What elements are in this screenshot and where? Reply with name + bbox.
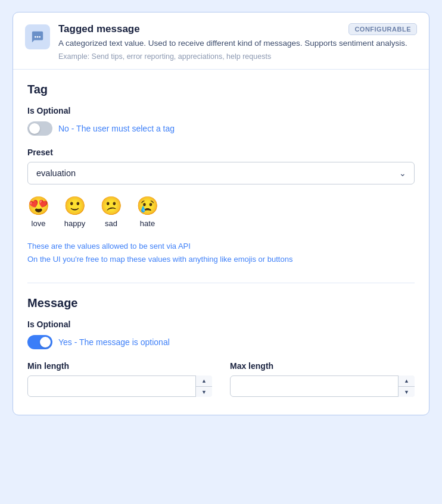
emoji-sad: 😕 sad — [100, 195, 122, 228]
tag-section: Tag Is Optional No - The user must selec… — [13, 70, 429, 283]
hate-emoji: 😢 — [136, 195, 158, 217]
message-icon — [25, 24, 50, 49]
api-info-line2: On the UI you're free to map these value… — [27, 255, 292, 264]
min-length-input-wrapper: ▲ ▼ — [27, 375, 212, 397]
tag-optional-toggle-label: No - The user must select a tag — [58, 124, 175, 133]
max-length-input-wrapper: ▲ ▼ — [230, 375, 415, 397]
min-length-label: Min length — [27, 361, 212, 371]
toggle-track-off[interactable] — [27, 121, 52, 136]
header-description: A categorized text value. Used to receiv… — [58, 37, 417, 49]
toggle-track-on[interactable] — [27, 335, 52, 349]
message-optional-toggle[interactable] — [27, 335, 52, 349]
tag-optional-toggle-row: No - The user must select a tag — [27, 121, 415, 136]
min-length-field: Min length ▲ ▼ — [27, 361, 212, 397]
emoji-hate: 😢 hate — [136, 195, 158, 228]
tag-section-title: Tag — [27, 83, 415, 96]
min-length-decrement[interactable]: ▼ — [196, 387, 212, 397]
min-length-increment[interactable]: ▲ — [196, 375, 212, 387]
configurable-badge: CONFIGURABLE — [348, 23, 417, 35]
emoji-tags-row: 😍 love 🙂 happy 😕 sad 😢 hate — [27, 195, 415, 228]
tag-is-optional-label: Is Optional — [27, 106, 415, 115]
preset-label: Preset — [27, 148, 415, 157]
sad-emoji: 😕 — [100, 195, 122, 217]
max-length-spinner: ▲ ▼ — [398, 375, 415, 397]
min-length-input[interactable] — [27, 375, 212, 397]
max-length-increment[interactable]: ▲ — [399, 375, 415, 387]
emoji-love: 😍 love — [27, 195, 49, 228]
tagged-message-card: Tagged message A categorized text value.… — [13, 12, 429, 415]
api-info-text: These are the values allowed to be sent … — [27, 240, 415, 266]
header-example: Example: Send tips, error reporting, app… — [58, 52, 417, 61]
emoji-happy: 🙂 happy — [64, 195, 86, 228]
happy-emoji: 🙂 — [64, 195, 86, 217]
happy-label: happy — [64, 219, 85, 228]
hate-label: hate — [140, 219, 155, 228]
message-optional-toggle-label: Yes - The message is optional — [58, 337, 170, 347]
love-label: love — [32, 219, 46, 228]
card-header: Tagged message A categorized text value.… — [13, 12, 429, 70]
preset-select-wrapper: evaluation sentiment support custom ⌄ — [27, 162, 415, 184]
max-length-decrement[interactable]: ▼ — [399, 387, 415, 397]
preset-select[interactable]: evaluation sentiment support custom — [27, 162, 415, 184]
max-length-input[interactable] — [230, 375, 415, 397]
max-length-label: Max length — [230, 361, 415, 371]
message-is-optional-label: Is Optional — [27, 320, 415, 329]
tag-optional-toggle[interactable] — [27, 121, 52, 136]
message-section: Message Is Optional Yes - The message is… — [13, 283, 429, 415]
min-length-spinner: ▲ ▼ — [195, 375, 212, 397]
love-emoji: 😍 — [27, 195, 49, 217]
sad-label: sad — [105, 219, 117, 228]
message-optional-toggle-row: Yes - The message is optional — [27, 335, 415, 349]
length-row: Min length ▲ ▼ Max length ▲ ▼ — [27, 361, 415, 409]
api-info-line1: These are the values allowed to be sent … — [27, 242, 191, 251]
toggle-knob-on — [40, 337, 51, 348]
message-section-title: Message — [27, 296, 415, 310]
toggle-knob — [29, 123, 40, 134]
max-length-field: Max length ▲ ▼ — [230, 361, 415, 397]
